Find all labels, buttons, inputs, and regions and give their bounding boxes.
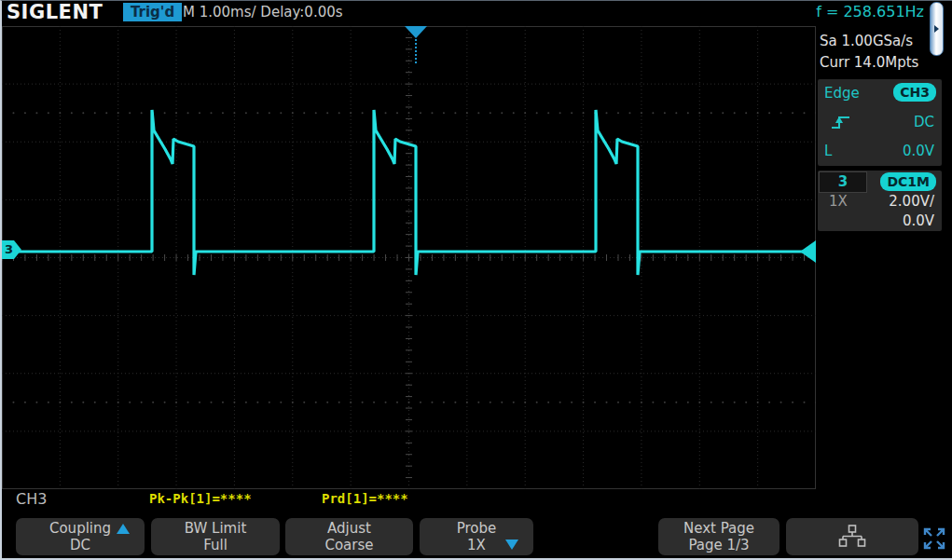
softkey-adjust[interactable]: Adjust Coarse: [285, 518, 413, 555]
trigger-level-label: L: [824, 137, 832, 166]
channel-number: 3: [819, 171, 867, 193]
trigger-slope-row: DC: [818, 108, 942, 137]
measurement-pkpk: Pk-Pk[1]=****: [149, 491, 252, 506]
trigger-position-line: [415, 39, 417, 63]
graticule: [2, 26, 816, 489]
trigger-level-value: 0.0V: [903, 137, 934, 166]
trigger-panel[interactable]: Edge CH3 DC L 0.0V: [818, 79, 942, 166]
trigger-coupling: DC: [914, 108, 934, 137]
trigger-type-row: Edge CH3: [818, 79, 942, 108]
softkey-adjust-value: Coarse: [285, 537, 413, 553]
measurement-prd: Prd[1]=****: [322, 491, 408, 506]
acquisition-info: Sa 1.00GSa/s Curr 14.0Mpts: [820, 31, 946, 74]
softkey-next-page-title: Next Page: [658, 520, 780, 537]
softkey-coupling[interactable]: Coupling DC: [16, 518, 145, 555]
channel-coupling-badge: DC1M: [880, 172, 936, 191]
trigger-level-marker[interactable]: [800, 240, 816, 263]
trigger-source-badge: CH3: [893, 83, 936, 102]
softkey-bw-limit[interactable]: BW Limit Full: [151, 518, 280, 555]
active-channel-label: CH3: [16, 490, 47, 508]
siglent-logo: SIGLENT: [7, 1, 103, 23]
timebase-readout: M 1.00ms/ Delay:0.00s: [183, 4, 343, 20]
fullscreen-toggle[interactable]: [921, 526, 947, 555]
sample-rate: Sa 1.00GSa/s: [820, 31, 946, 52]
trigger-position-marker[interactable]: [405, 26, 427, 38]
network-status-button[interactable]: [786, 518, 918, 555]
channel-offset-row: 0.0V: [818, 212, 942, 231]
down-arrow-icon: [505, 540, 518, 550]
softkey-next-page[interactable]: Next Page Page 1/3: [658, 518, 780, 555]
frequency-readout: f = 258.651Hz: [816, 3, 924, 20]
rising-edge-icon: [831, 114, 851, 130]
volts-per-div: 2.00V/: [889, 192, 934, 212]
softkey-coupling-value: DC: [16, 537, 145, 553]
softkey-next-page-value: Page 1/3: [658, 537, 780, 553]
oscilloscope-screen: SIGLENT Trig'd M 1.00ms/ Delay:0.00s f =…: [0, 0, 952, 560]
channel-scale-row: 1X 2.00V/: [818, 192, 942, 212]
channel-panel[interactable]: 3 DC1M 1X 2.00V/ 0.0V: [818, 171, 942, 231]
waveform-trace-ch3: [2, 110, 811, 275]
expand-icon: [921, 526, 947, 552]
memory-depth: Curr 14.0Mpts: [820, 52, 946, 74]
softkey-bw-limit-title: BW Limit: [151, 520, 280, 537]
channel-id-row: 3 DC1M: [818, 171, 942, 192]
softkey-bw-limit-value: Full: [151, 537, 280, 553]
probe-attenuation: 1X: [829, 192, 848, 212]
up-arrow-icon: [117, 524, 130, 534]
menu-handle[interactable]: [930, 2, 944, 56]
trigger-level-row: L 0.0V: [818, 137, 942, 166]
softkey-probe[interactable]: Probe 1X: [420, 518, 533, 555]
softkey-adjust-title: Adjust: [285, 520, 413, 537]
channel-offset: 0.0V: [903, 212, 934, 231]
softkey-probe-title: Probe: [420, 520, 533, 537]
trigger-status-badge: Trig'd: [123, 3, 182, 21]
trigger-type: Edge: [824, 79, 860, 108]
network-icon: [836, 525, 868, 549]
top-bar: SIGLENT Trig'd M 1.00ms/ Delay:0.00s f =…: [0, 0, 952, 25]
menu-handle-icon: [934, 25, 939, 33]
